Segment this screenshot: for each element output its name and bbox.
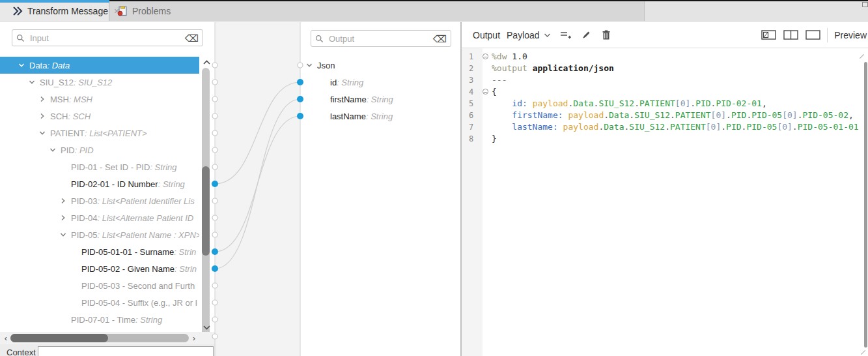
search-icon xyxy=(16,34,25,42)
fold-gutter xyxy=(481,121,492,133)
scroll-left-arrow[interactable]: ‹ xyxy=(2,333,10,343)
chevron-right-icon[interactable] xyxy=(39,96,46,102)
tab-transform-message[interactable]: Transform Message × xyxy=(0,0,109,22)
scroll-right-arrow[interactable]: › xyxy=(190,333,198,343)
view-source-tree-icon[interactable] xyxy=(761,30,776,40)
code-text: %output application/json xyxy=(492,63,614,74)
add-transformation-icon[interactable] xyxy=(560,31,571,40)
tree-item-type: : String xyxy=(135,315,162,325)
fold-collapse-icon[interactable]: − xyxy=(481,86,492,98)
dataweave-code-area[interactable]: 1−%dw 1.02%output application/json3---4−… xyxy=(462,51,865,145)
tab-problems[interactable]: Problems xyxy=(109,0,207,22)
input-search-box[interactable]: ⌫ xyxy=(12,29,203,46)
tree-row-siu-s12[interactable]: SIU_S12 : SIU_S12 xyxy=(0,74,199,91)
tree-item-type: : List<Alternate Patient ID xyxy=(97,213,193,223)
header-separator xyxy=(827,28,828,42)
tree-row-msh[interactable]: MSH : MSH xyxy=(0,91,199,108)
vertical-scrollbar-thumb[interactable] xyxy=(202,166,210,256)
tree-item-type: : String xyxy=(366,111,393,121)
fold-gutter xyxy=(481,63,492,74)
clear-search-icon[interactable]: ⌫ xyxy=(185,33,199,43)
search-icon xyxy=(315,35,324,43)
fold-gutter xyxy=(481,133,492,145)
tree-item-label: SIU_S12 xyxy=(40,78,74,87)
chevron-down-icon[interactable] xyxy=(49,147,56,153)
tree-row-pid-01-set-id-pid[interactable]: PID-01 - Set ID - PID : String xyxy=(0,158,199,175)
clear-search-icon[interactable]: ⌫ xyxy=(433,34,447,44)
code-line-6: 6 firstName: payload.Data.SIU_S12.PATIEN… xyxy=(462,110,865,121)
view-single-icon[interactable] xyxy=(805,30,820,40)
tree-row-json[interactable]: Json xyxy=(300,57,456,74)
view-split-icon[interactable] xyxy=(783,30,798,40)
fold-collapse-icon[interactable]: − xyxy=(481,51,492,63)
tree-row-pid-03[interactable]: PID-03 : List<Patient Identifier Lis xyxy=(0,192,199,209)
tree-item-type: : String xyxy=(367,95,393,104)
chevron-down-icon[interactable] xyxy=(306,62,313,68)
payload-dropdown-chevron-icon[interactable] xyxy=(544,33,551,38)
tab-transform-message-label: Transform Message xyxy=(27,6,108,16)
tree-row-data[interactable]: Data : Data xyxy=(0,57,199,74)
tree-row-pid-05-02-given-name[interactable]: PID-05-02 - Given Name : Strin xyxy=(0,260,199,277)
tree-row-pid[interactable]: PID : PID xyxy=(0,141,199,158)
tree-row-patient[interactable]: PATIENT : List<PATIENT> xyxy=(0,125,199,141)
horizontal-scrollbar-thumb[interactable] xyxy=(10,334,108,342)
chevron-down-icon[interactable] xyxy=(39,130,46,136)
tabbar-right-section xyxy=(644,1,868,22)
chevron-right-icon[interactable] xyxy=(60,198,66,204)
tree-item-type: : SIU_S12 xyxy=(74,78,112,87)
context-box[interactable] xyxy=(38,346,214,356)
tree-item-label: firstName xyxy=(330,95,367,104)
tree-item-label: Data xyxy=(29,61,47,70)
chevron-down-icon[interactable] xyxy=(18,62,25,68)
restore-window-icon[interactable] xyxy=(862,2,868,7)
editor-scrollbar-thumb[interactable] xyxy=(864,62,867,348)
tree-row-pid-05-01-01-surname[interactable]: PID-05-01-01 - Surname : Strin xyxy=(0,243,199,260)
line-number: 5 xyxy=(462,98,481,110)
tree-item-label: PID-05-02 - Given Name xyxy=(81,264,175,274)
scroll-up-arrow[interactable] xyxy=(201,59,212,67)
preview-button[interactable]: Preview xyxy=(834,30,867,40)
tree-row-firstname[interactable]: firstName : String xyxy=(300,91,456,108)
chevron-down-icon[interactable] xyxy=(60,231,66,238)
input-search-input[interactable] xyxy=(29,33,181,44)
input-tree: Data : DataSIU_S12 : SIU_S12MSH : MSHSCH… xyxy=(0,57,199,328)
tree-item-type: : String xyxy=(337,78,363,87)
tree-row-pid-05-03-second-and-furth[interactable]: PID-05-03 - Second and Furth xyxy=(0,277,199,294)
dataweave-transform-icon xyxy=(12,6,23,16)
code-text: %dw 1.0 xyxy=(492,51,527,63)
tree-row-pid-04[interactable]: PID-04 : List<Alternate Patient ID xyxy=(0,209,199,226)
fold-minus-icon[interactable]: − xyxy=(483,53,488,59)
delete-transformation-icon[interactable] xyxy=(602,30,610,40)
tree-row-pid-02-01-id-number[interactable]: PID-02-01 - ID Number : String xyxy=(0,175,199,192)
tree-row-pid-05-04-suffix-e-g-jr-or-i[interactable]: PID-05-04 - Suffix (e.g., JR or I xyxy=(0,294,199,311)
line-number: 1 xyxy=(462,51,481,63)
output-tree: Jsonid : StringfirstName : StringlastNam… xyxy=(300,57,456,125)
tree-row-pid-07-01-time[interactable]: PID-07-01 - Time : String xyxy=(0,311,199,328)
tree-item-label: PID-05 xyxy=(71,230,97,240)
tab-problems-label: Problems xyxy=(132,6,171,16)
output-search-input[interactable] xyxy=(328,33,429,44)
code-text: id: payload.Data.SIU_S12.PATIENT[0].PID.… xyxy=(492,98,767,110)
tree-item-type: : List<Patient Identifier Lis xyxy=(97,196,194,206)
tree-row-id[interactable]: id : String xyxy=(300,74,456,91)
output-search-box[interactable]: ⌫ xyxy=(311,30,451,47)
line-number: 2 xyxy=(462,63,481,74)
chevron-right-icon[interactable] xyxy=(60,215,66,221)
chevron-right-icon[interactable] xyxy=(39,113,46,119)
code-text: lastName: payload.Data.SIU_S12.PATIENT[0… xyxy=(492,121,859,133)
payload-dropdown[interactable]: Payload xyxy=(507,30,540,40)
tree-row-lastname[interactable]: lastName : String xyxy=(300,108,456,125)
code-text: { xyxy=(492,86,497,98)
tree-item-type: : List<Patient Name : XPN> xyxy=(97,230,199,240)
tree-row-pid-05[interactable]: PID-05 : List<Patient Name : XPN> xyxy=(0,226,199,243)
chevron-down-icon[interactable] xyxy=(29,79,35,85)
code-text: --- xyxy=(492,74,507,86)
code-text: firstName: payload.Data.SIU_S12.PATIENT[… xyxy=(492,110,854,121)
tree-row-sch[interactable]: SCH : SCH xyxy=(0,108,199,125)
scroll-down-arrow[interactable] xyxy=(201,323,212,331)
code-line-4: 4−{ xyxy=(462,86,865,98)
code-line-8: 8} xyxy=(462,133,865,145)
edit-transformation-icon[interactable] xyxy=(581,30,591,40)
output-label: Output xyxy=(473,30,500,40)
fold-minus-icon[interactable]: − xyxy=(483,89,488,95)
